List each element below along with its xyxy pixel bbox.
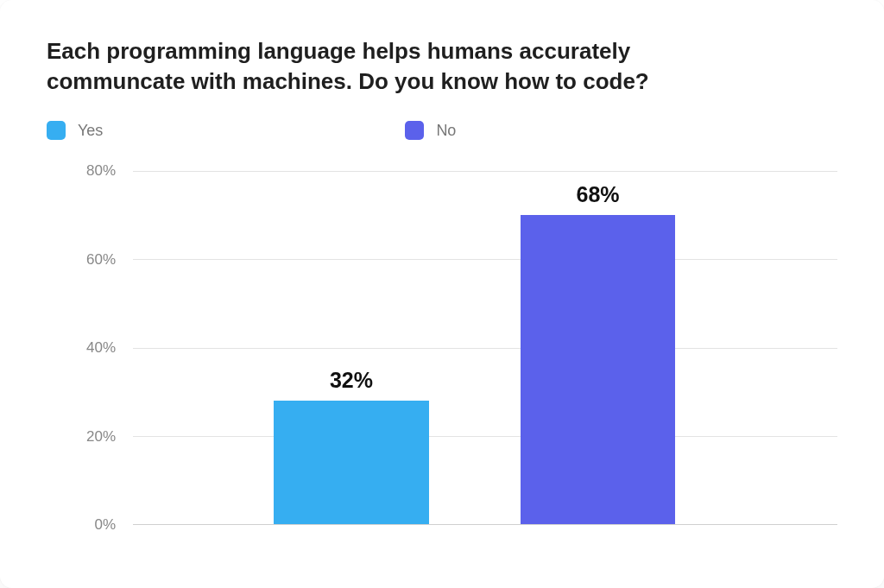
bars-container: 32% 68% (133, 171, 837, 524)
y-tick-40: 40% (64, 339, 116, 357)
legend-item-no: No (405, 121, 456, 140)
legend-item-yes: Yes (47, 121, 103, 140)
bar-yes: 32% (274, 401, 429, 524)
legend-swatch-no (405, 121, 424, 140)
bar-no: 68% (521, 215, 676, 524)
bar-label-yes: 32% (330, 368, 373, 393)
legend-swatch-yes (47, 121, 66, 140)
y-tick-80: 80% (64, 162, 116, 180)
plot-area: 32% 68% (133, 171, 837, 525)
y-tick-60: 60% (64, 251, 116, 269)
legend: Yes No (47, 121, 837, 140)
chart-card: Each programming language helps humans a… (0, 0, 884, 588)
y-tick-0: 0% (64, 516, 116, 534)
y-tick-20: 20% (64, 428, 116, 446)
legend-label-no: No (436, 122, 456, 140)
legend-label-yes: Yes (78, 122, 103, 140)
bar-label-no: 68% (577, 182, 620, 207)
chart-title: Each programming language helps humans a… (47, 36, 755, 97)
y-axis: 80% 60% 40% 20% 0% (64, 171, 116, 525)
chart-area: 80% 60% 40% 20% 0% 32% 68% (73, 171, 837, 525)
